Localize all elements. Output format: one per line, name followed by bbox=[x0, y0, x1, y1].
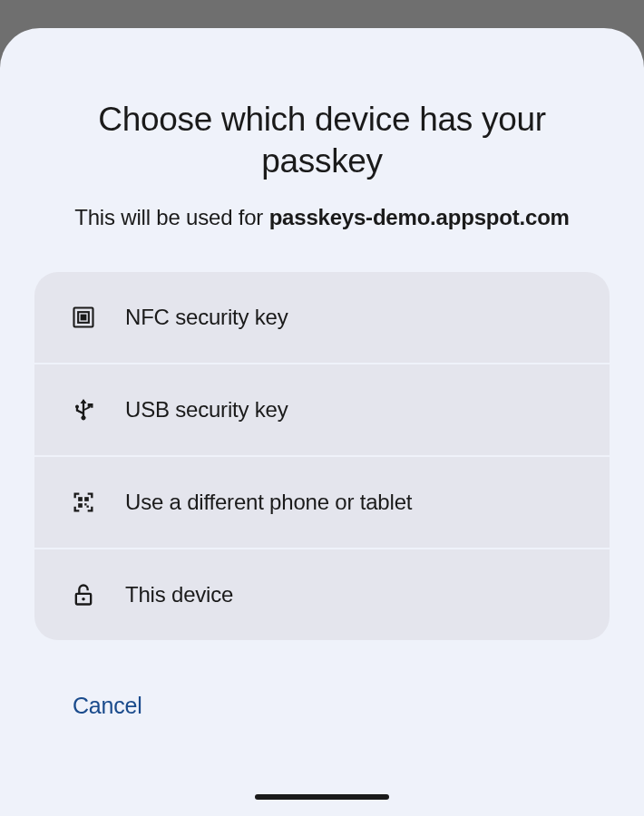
subtitle-domain: passkeys-demo.appspot.com bbox=[269, 205, 570, 229]
subtitle-prefix: This will be used for bbox=[74, 205, 268, 229]
unlock-icon bbox=[71, 582, 96, 607]
dialog-subtitle: This will be used for passkeys-demo.apps… bbox=[34, 205, 610, 230]
svg-rect-10 bbox=[84, 505, 86, 507]
navigation-handle[interactable] bbox=[255, 794, 389, 800]
option-label: Use a different phone or tablet bbox=[125, 490, 412, 515]
device-options-list: NFC security key USB security key bbox=[34, 272, 610, 640]
option-label: USB security key bbox=[125, 397, 288, 423]
passkey-device-chooser-sheet: Choose which device has your passkey Thi… bbox=[0, 28, 644, 816]
svg-rect-5 bbox=[78, 497, 83, 501]
cancel-button[interactable]: Cancel bbox=[73, 693, 142, 719]
nfc-icon bbox=[71, 305, 96, 330]
svg-point-3 bbox=[75, 404, 79, 408]
dialog-title: Choose which device has your passkey bbox=[34, 99, 610, 183]
svg-rect-8 bbox=[84, 503, 86, 505]
option-nfc-security-key[interactable]: NFC security key bbox=[34, 272, 610, 364]
qr-code-icon bbox=[71, 490, 96, 515]
usb-icon bbox=[71, 397, 96, 423]
svg-rect-9 bbox=[87, 505, 89, 507]
svg-rect-2 bbox=[82, 315, 86, 319]
option-label: This device bbox=[125, 582, 233, 607]
option-this-device[interactable]: This device bbox=[34, 549, 610, 640]
option-label: NFC security key bbox=[125, 305, 288, 330]
svg-rect-6 bbox=[84, 497, 89, 501]
option-usb-security-key[interactable]: USB security key bbox=[34, 364, 610, 457]
option-different-phone-tablet[interactable]: Use a different phone or tablet bbox=[34, 457, 610, 549]
svg-point-12 bbox=[82, 597, 85, 600]
svg-rect-7 bbox=[78, 503, 83, 508]
